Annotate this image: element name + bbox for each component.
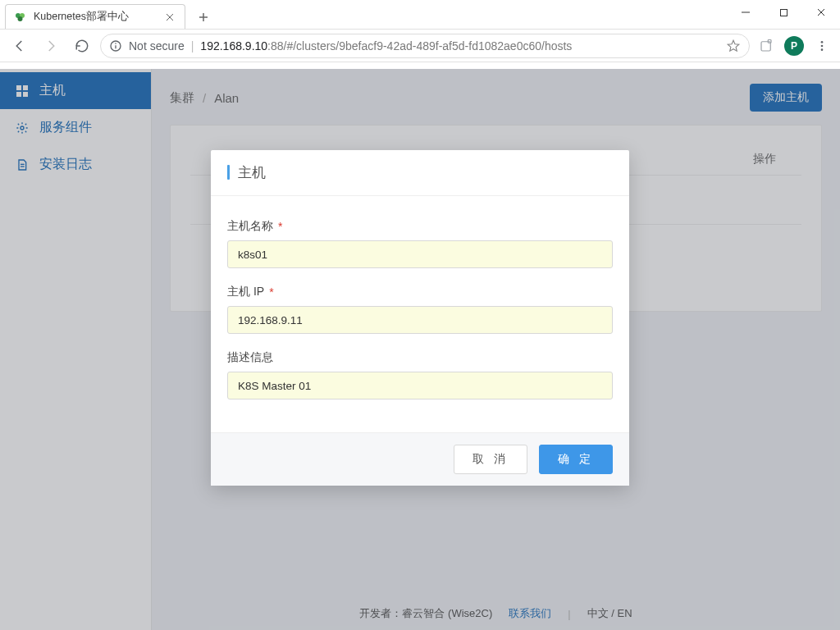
forward-button[interactable] [38, 33, 64, 59]
header-accent [227, 165, 230, 180]
url-path: :88/#/clusters/9befacf9-42ad-489f-af5d-f… [267, 39, 572, 52]
host-name-input[interactable] [227, 240, 613, 268]
required-star-icon: * [269, 285, 273, 299]
required-star-icon: * [278, 220, 282, 233]
browser-toolbar: Not secure | 192.168.9.10:88/#/clusters/… [0, 30, 840, 62]
form-row-name: 主机名称 * [227, 219, 613, 268]
label-host-ip: 主机 IP * [227, 285, 613, 299]
window-maximize-button[interactable] [765, 0, 802, 25]
browser-tab-active[interactable]: Kubernetes部署中心 [5, 4, 185, 29]
label-text: 描述信息 [227, 350, 273, 365]
confirm-button[interactable]: 确 定 [539, 445, 613, 474]
host-ip-input[interactable] [227, 306, 613, 334]
window-close-button[interactable] [802, 0, 840, 25]
browser-tab-strip: Kubernetes部署中心 [0, 0, 840, 30]
not-secure-label: Not secure [129, 39, 185, 52]
window-minimize-button[interactable] [727, 0, 765, 25]
host-modal: 主机 主机名称 * 主机 IP * 描述信息 取 消 确 定 [211, 150, 629, 486]
reload-button[interactable] [69, 33, 95, 59]
extension-icon[interactable] [755, 34, 778, 57]
back-button[interactable] [7, 33, 33, 59]
svg-rect-1 [780, 9, 787, 16]
profile-avatar[interactable]: P [783, 34, 806, 57]
tab-close-icon[interactable] [163, 11, 176, 24]
svg-marker-14 [728, 40, 739, 51]
form-row-ip: 主机 IP * [227, 285, 613, 334]
new-tab-button[interactable] [192, 6, 215, 29]
modal-title: 主机 [238, 165, 266, 180]
label-host-desc: 描述信息 [227, 350, 613, 365]
svg-point-17 [821, 41, 824, 43]
addr-separator: | [191, 39, 194, 52]
modal-header: 主机 [211, 150, 629, 196]
label-host-name: 主机名称 * [227, 219, 613, 234]
cancel-button[interactable]: 取 消 [454, 445, 527, 474]
label-text: 主机名称 [227, 219, 273, 234]
modal-body: 主机名称 * 主机 IP * 描述信息 [211, 196, 629, 432]
url-text: 192.168.9.10:88/#/clusters/9befacf9-42ad… [200, 39, 572, 52]
label-text: 主机 IP [227, 285, 264, 299]
host-desc-input[interactable] [227, 372, 613, 399]
avatar-initial: P [784, 36, 804, 56]
bookmark-star-icon[interactable] [726, 39, 741, 53]
svg-point-19 [821, 48, 824, 51]
favicon-icon [14, 11, 27, 24]
url-host: 192.168.9.10 [200, 39, 267, 52]
form-row-desc: 描述信息 [227, 350, 613, 399]
svg-point-18 [821, 44, 824, 47]
window-controls [727, 0, 840, 25]
address-bar[interactable]: Not secure | 192.168.9.10:88/#/clusters/… [100, 34, 750, 58]
site-info-icon[interactable] [109, 39, 122, 52]
browser-tab-title: Kubernetes部署中心 [34, 10, 129, 24]
svg-point-6 [18, 16, 23, 21]
modal-footer: 取 消 确 定 [211, 432, 629, 486]
browser-menu-icon[interactable] [810, 34, 833, 57]
